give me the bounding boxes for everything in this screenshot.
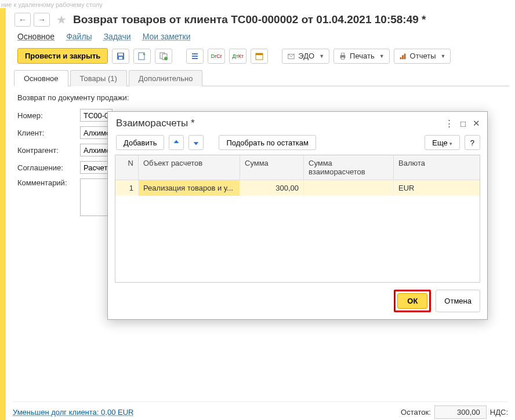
edo-label: ЭДО — [298, 52, 314, 60]
comment-label: Комментарий: — [17, 178, 80, 187]
contragent-label: Контрагент: — [17, 146, 80, 155]
chevron-down-icon: ▾ — [449, 141, 452, 147]
agreement-label: Соглашение: — [17, 163, 80, 172]
svg-rect-14 — [341, 53, 344, 55]
svg-rect-9 — [192, 58, 198, 59]
print-dropdown[interactable]: Печать▼ — [333, 49, 390, 64]
svg-rect-11 — [256, 53, 263, 55]
dt-kt-icon[interactable]: ДтКт — [229, 49, 246, 64]
svg-rect-8 — [192, 56, 198, 57]
ok-highlight-box: ОК — [394, 290, 431, 312]
cell-currency[interactable]: EUR — [394, 180, 480, 196]
cell-n: 1 — [115, 180, 139, 196]
link-main[interactable]: Основное — [17, 32, 55, 41]
svg-rect-17 — [402, 55, 404, 59]
add-button[interactable]: Добавить — [116, 135, 164, 150]
post-icon[interactable] — [133, 49, 151, 64]
col-n: N — [115, 155, 139, 180]
col-currency: Валюта — [394, 155, 480, 180]
more-button[interactable]: Еще▾ — [425, 135, 459, 150]
link-files[interactable]: Файлы — [66, 32, 92, 41]
pick-by-balance-button[interactable]: Подобрать по остаткам — [219, 135, 316, 150]
col-mutual: Сумма взаиморасчетов — [304, 155, 394, 180]
save-icon[interactable] — [112, 49, 129, 64]
chevron-down-icon: ▼ — [441, 53, 446, 59]
debt-reduced-link[interactable]: Уменьшен долг клиента: 0,00 EUR — [13, 408, 133, 417]
link-tasks[interactable]: Задачи — [104, 32, 131, 41]
cell-mutual[interactable] — [304, 180, 394, 196]
star-icon[interactable]: ★ — [56, 13, 67, 27]
dialog-maximize-icon[interactable]: □ — [460, 119, 466, 129]
table-row[interactable]: 1 Реализация товаров и у... 300,00 EUR — [115, 180, 480, 196]
ok-button[interactable]: ОК — [397, 293, 427, 309]
tab-goods[interactable]: Товары (1) — [70, 70, 127, 86]
link-notes[interactable]: Мои заметки — [143, 32, 191, 41]
chevron-down-icon: ▼ — [379, 53, 385, 59]
move-up-button[interactable] — [169, 135, 184, 150]
remote-desktop-caption: ние к удаленному рабочему столу — [0, 0, 515, 8]
svg-rect-15 — [341, 57, 344, 59]
cancel-button[interactable]: Отмена — [436, 290, 480, 312]
dr-cr-icon[interactable]: DrCr — [208, 49, 225, 64]
reports-label: Отчеты — [410, 52, 436, 60]
list-icon[interactable] — [186, 49, 204, 64]
return-by-document-label: Возврат по документу продажи: — [12, 91, 509, 107]
yellow-side-bar — [0, 8, 6, 420]
move-down-button[interactable] — [188, 135, 204, 150]
help-button[interactable]: ? — [465, 135, 480, 150]
client-label: Клиент: — [17, 129, 80, 137]
svg-rect-18 — [404, 53, 405, 59]
back-button[interactable]: ← — [14, 13, 31, 27]
cell-sum[interactable]: 300,00 — [240, 180, 304, 196]
cell-object[interactable]: Реализация товаров и у... — [139, 180, 240, 196]
tab-main[interactable]: Основное — [14, 70, 68, 86]
tab-extra[interactable]: Дополнительно — [129, 70, 203, 86]
create-based-icon[interactable] — [155, 49, 172, 64]
col-sum: Сумма — [240, 155, 304, 180]
balance-label: Остаток: — [401, 408, 431, 417]
forward-button[interactable]: → — [34, 13, 50, 27]
number-label: Номер: — [17, 111, 80, 120]
svg-rect-1 — [118, 53, 123, 56]
edo-dropdown[interactable]: ЭДО▼ — [282, 49, 329, 64]
post-and-close-button[interactable]: Провести и закрыть — [17, 48, 108, 64]
balance-value: 300,00 — [434, 406, 487, 419]
svg-rect-2 — [119, 57, 122, 59]
settlements-table[interactable]: N Объект расчетов Сумма Сумма взаиморасч… — [115, 155, 480, 283]
chevron-down-icon: ▼ — [319, 53, 324, 59]
svg-rect-16 — [400, 57, 401, 59]
col-object: Объект расчетов — [139, 155, 240, 180]
settlements-dialog: Взаиморасчеты * ⋮ □ ✕ Добавить Подобрать… — [107, 111, 488, 320]
reports-dropdown[interactable]: Отчеты▼ — [394, 49, 451, 64]
nds-label: НДС: — [490, 408, 508, 417]
dialog-close-icon[interactable]: ✕ — [473, 118, 480, 129]
dialog-menu-icon[interactable]: ⋮ — [445, 118, 454, 129]
page-title: Возврат товаров от клиента ТС00-000002 о… — [73, 13, 426, 26]
svg-point-6 — [164, 57, 168, 60]
print-label: Печать — [350, 52, 375, 60]
svg-rect-7 — [192, 53, 198, 54]
calendar-icon[interactable] — [251, 49, 268, 64]
dialog-title: Взаиморасчеты * — [116, 118, 195, 129]
more-label: Еще — [432, 138, 447, 147]
